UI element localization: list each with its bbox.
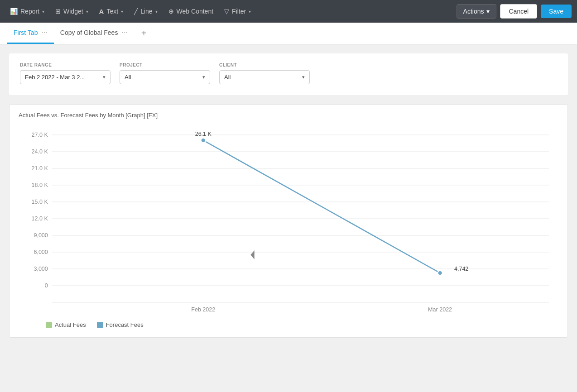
nav-widget-label: Widget bbox=[63, 8, 83, 15]
navbar-right: Actions ▾ Cancel Save bbox=[457, 4, 572, 19]
nav-text-label: Text bbox=[106, 8, 118, 15]
tab-copy-global-fees-label: Copy of Global Fees bbox=[60, 29, 118, 36]
nav-report[interactable]: 📊 Report ▾ bbox=[5, 5, 49, 18]
line-chevron: ▾ bbox=[155, 9, 158, 14]
date-range-select[interactable]: Feb 2 2022 - Mar 3 2... ▾ bbox=[20, 70, 111, 84]
tab-add-button[interactable]: + bbox=[136, 23, 152, 44]
chart-svg: 27.0 K 24.0 K 21.0 K 18.0 K 15.0 K 12.0 … bbox=[19, 126, 558, 316]
tab-copy-global-fees[interactable]: Copy of Global Fees ··· bbox=[54, 23, 134, 44]
filters-row: DATE RANGE Feb 2 2022 - Mar 3 2... ▾ PRO… bbox=[20, 62, 557, 84]
legend-actual-fees: Actual Fees bbox=[46, 321, 86, 328]
text-icon: A bbox=[99, 8, 104, 15]
date-range-label: DATE RANGE bbox=[20, 62, 111, 67]
svg-point-21 bbox=[201, 138, 206, 143]
actions-chevron: ▾ bbox=[486, 8, 490, 15]
svg-text:3,000: 3,000 bbox=[34, 266, 48, 272]
nav-line-label: Line bbox=[140, 8, 152, 15]
cancel-button[interactable]: Cancel bbox=[500, 4, 537, 19]
svg-text:18.0 K: 18.0 K bbox=[32, 182, 48, 188]
widget-icon: ⊞ bbox=[55, 8, 61, 15]
svg-text:9,000: 9,000 bbox=[34, 232, 48, 239]
tab-add-icon: + bbox=[141, 28, 147, 38]
tabbar: First Tab ··· Copy of Global Fees ··· + bbox=[0, 23, 577, 44]
filters-container: DATE RANGE Feb 2 2022 - Mar 3 2... ▾ PRO… bbox=[9, 53, 568, 95]
chart-area: 27.0 K 24.0 K 21.0 K 18.0 K 15.0 K 12.0 … bbox=[19, 126, 558, 316]
report-icon: 📊 bbox=[10, 8, 18, 15]
svg-marker-27 bbox=[250, 250, 254, 259]
project-chevron: ▾ bbox=[202, 74, 205, 80]
client-chevron: ▾ bbox=[302, 74, 305, 80]
filter-icon: ▽ bbox=[224, 8, 229, 15]
text-chevron: ▾ bbox=[121, 9, 123, 14]
actual-fees-label: Actual Fees bbox=[55, 321, 86, 328]
svg-text:15.0 K: 15.0 K bbox=[32, 199, 48, 205]
forecast-fees-label: Forecast Fees bbox=[106, 321, 144, 328]
svg-text:Mar 2022: Mar 2022 bbox=[428, 306, 452, 313]
widget-chevron: ▾ bbox=[86, 9, 88, 14]
actual-fees-dot bbox=[46, 322, 52, 328]
filter-group-project: PROJECT All ▾ bbox=[120, 62, 210, 84]
chart-container: Actual Fees vs. Forecast Fees by Month [… bbox=[9, 104, 568, 338]
actions-label: Actions bbox=[463, 8, 484, 15]
chart-legend: Actual Fees Forecast Fees bbox=[19, 321, 558, 328]
nav-widget[interactable]: ⊞ Widget ▾ bbox=[51, 5, 93, 18]
tab-first-tab-label: First Tab bbox=[14, 29, 38, 36]
tab-copy-global-fees-menu[interactable]: ··· bbox=[121, 29, 127, 37]
nav-web-content-label: Web Content bbox=[177, 8, 213, 15]
nav-filter-label: Filter bbox=[232, 8, 246, 15]
line-icon: ╱ bbox=[134, 8, 138, 15]
chart-title: Actual Fees vs. Forecast Fees by Month [… bbox=[19, 112, 558, 119]
tab-first-tab-menu[interactable]: ··· bbox=[41, 29, 47, 37]
filter-group-date-range: DATE RANGE Feb 2 2022 - Mar 3 2... ▾ bbox=[20, 62, 111, 84]
main-content: DATE RANGE Feb 2 2022 - Mar 3 2... ▾ PRO… bbox=[0, 44, 577, 392]
client-value: All bbox=[224, 74, 231, 81]
tab-first-tab[interactable]: First Tab ··· bbox=[7, 23, 54, 44]
svg-text:12.0 K: 12.0 K bbox=[32, 215, 48, 222]
filter-chevron: ▾ bbox=[249, 9, 251, 14]
web-content-icon: ⊕ bbox=[168, 8, 174, 15]
actions-button[interactable]: Actions ▾ bbox=[457, 4, 497, 19]
client-label: CLIENT bbox=[219, 62, 310, 67]
client-select[interactable]: All ▾ bbox=[219, 70, 310, 84]
svg-point-23 bbox=[438, 271, 442, 275]
date-range-value: Feb 2 2022 - Mar 3 2... bbox=[25, 74, 85, 81]
save-button[interactable]: Save bbox=[541, 5, 572, 18]
filter-group-client: CLIENT All ▾ bbox=[219, 62, 310, 84]
navbar: 📊 Report ▾ ⊞ Widget ▾ A Text ▾ ╱ Line ▾ … bbox=[0, 0, 577, 23]
svg-text:27.0 K: 27.0 K bbox=[32, 132, 48, 138]
svg-text:21.0 K: 21.0 K bbox=[32, 165, 48, 172]
date-range-chevron: ▾ bbox=[103, 74, 106, 80]
legend-forecast-fees: Forecast Fees bbox=[97, 321, 144, 328]
nav-text[interactable]: A Text ▾ bbox=[95, 5, 128, 18]
svg-text:6,000: 6,000 bbox=[34, 249, 48, 255]
svg-text:4,742: 4,742 bbox=[454, 266, 469, 272]
svg-text:Feb 2022: Feb 2022 bbox=[191, 306, 215, 313]
project-label: PROJECT bbox=[120, 62, 210, 67]
project-value: All bbox=[125, 74, 131, 81]
report-chevron: ▾ bbox=[42, 9, 44, 14]
nav-filter[interactable]: ▽ Filter ▾ bbox=[220, 5, 255, 18]
svg-text:0: 0 bbox=[45, 282, 48, 289]
nav-web-content[interactable]: ⊕ Web Content bbox=[164, 5, 218, 18]
svg-text:24.0 K: 24.0 K bbox=[32, 148, 48, 155]
svg-text:26.1 K: 26.1 K bbox=[195, 131, 212, 137]
nav-line[interactable]: ╱ Line ▾ bbox=[130, 5, 162, 18]
project-select[interactable]: All ▾ bbox=[120, 70, 210, 84]
forecast-fees-dot bbox=[97, 322, 103, 328]
nav-report-label: Report bbox=[20, 8, 39, 15]
